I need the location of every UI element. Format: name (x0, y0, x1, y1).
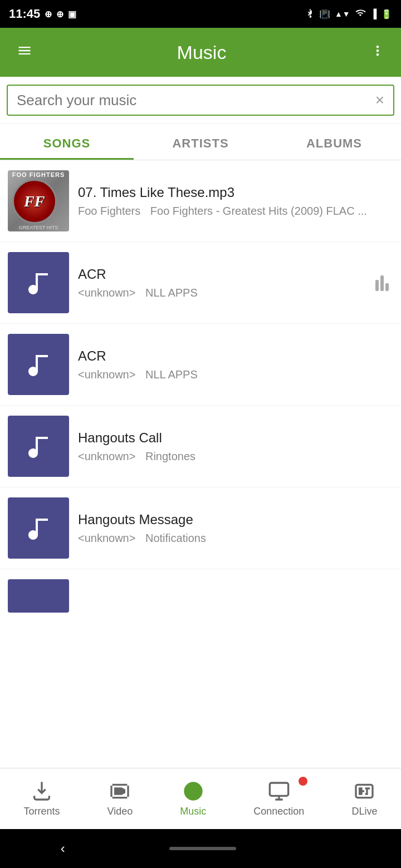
svg-rect-1 (270, 783, 288, 796)
song-info: ACR <unknown> NLL APPS (69, 267, 375, 299)
album-art (8, 334, 69, 395)
screenshot-icon: ▣ (68, 9, 76, 19)
nav-label-video: Video (107, 806, 133, 817)
song-title: 07. Times Like These.mp3 (78, 185, 384, 200)
wifi-icon (355, 7, 366, 21)
hamburger-menu-icon[interactable] (11, 38, 38, 67)
list-item[interactable]: ACR <unknown> NLL APPS (0, 242, 401, 324)
album-art (8, 252, 69, 313)
song-title: Hangouts Call (78, 430, 384, 446)
nav-item-dlive[interactable]: DLive (343, 776, 386, 822)
song-artist: <unknown> (78, 287, 135, 299)
song-album: Notifications (145, 532, 206, 544)
list-item[interactable]: Hangouts Message <unknown> Notifications (0, 487, 401, 569)
song-album: NLL APPS (145, 287, 198, 299)
home-button[interactable] (169, 847, 236, 850)
list-item[interactable]: ACR <unknown> NLL APPS (0, 324, 401, 406)
list-item[interactable]: Hangouts Call <unknown> Ringtones (0, 406, 401, 487)
bluetooth-icon (305, 7, 315, 21)
nav-label-dlive: DLive (351, 806, 377, 817)
nav-label-music: Music (180, 806, 206, 817)
tab-songs[interactable]: SONGS (0, 124, 134, 160)
playing-bars-icon (375, 274, 393, 291)
app-bar: Music (0, 28, 401, 77)
song-artist: Foo Fighters (78, 205, 140, 217)
time-display: 11:45 (9, 7, 40, 21)
battery-icon: 🔋 (381, 9, 392, 19)
song-meta: <unknown> NLL APPS (78, 287, 366, 299)
song-info: ACR <unknown> NLL APPS (69, 348, 393, 381)
song-info: Hangouts Call <unknown> Ringtones (69, 430, 393, 463)
vpn1-icon: ⊕ (45, 9, 52, 19)
status-bar-left: 11:45 ⊕ ⊕ ▣ (9, 7, 76, 21)
data-icon: ▲▼ (335, 9, 350, 18)
song-list: FOO FIGHTERS FF GREATEST HITS 07. Times … (0, 160, 401, 768)
list-item-partial (0, 569, 401, 623)
search-clear-icon[interactable]: × (375, 91, 384, 109)
song-meta: <unknown> Ringtones (78, 450, 384, 463)
back-button[interactable]: ‹ (44, 835, 82, 862)
song-meta: <unknown> Notifications (78, 532, 384, 545)
search-container: × (0, 77, 401, 124)
song-meta: Foo Fighters Foo Fighters - Greatest Hit… (78, 205, 384, 218)
song-artist: <unknown> (78, 532, 135, 544)
search-bar[interactable]: × (7, 85, 394, 116)
vpn2-icon: ⊕ (56, 9, 63, 19)
song-meta: <unknown> NLL APPS (78, 368, 384, 381)
svg-point-3 (360, 787, 361, 789)
album-art (8, 497, 69, 559)
app-title: Music (177, 42, 227, 63)
nav-label-torrents: Torrents (24, 806, 60, 817)
nav-item-music[interactable]: Music (171, 776, 215, 822)
android-nav-bar: ‹ (0, 829, 401, 868)
song-title: ACR (78, 267, 366, 282)
song-artist: <unknown> (78, 368, 135, 381)
tab-albums[interactable]: ALBUMS (267, 124, 401, 160)
song-info: Hangouts Message <unknown> Notifications (69, 512, 393, 545)
song-album: NLL APPS (145, 368, 198, 381)
signal-icon: ▐ (370, 9, 376, 19)
status-bar-right: 📳 ▲▼ ▐ 🔋 (305, 7, 392, 21)
album-art: FOO FIGHTERS FF GREATEST HITS (8, 170, 69, 231)
nav-item-torrents[interactable]: Torrents (15, 776, 69, 822)
tab-artists[interactable]: ARTISTS (134, 124, 267, 160)
song-album: Ringtones (145, 450, 195, 462)
tab-bar: SONGS ARTISTS ALBUMS (0, 124, 401, 160)
song-title: ACR (78, 348, 384, 364)
song-title: Hangouts Message (78, 512, 384, 527)
nav-label-connection: Connection (253, 806, 304, 817)
search-input[interactable] (17, 92, 375, 109)
song-info: 07. Times Like These.mp3 Foo Fighters Fo… (69, 185, 393, 218)
nav-item-video[interactable]: Video (99, 776, 142, 822)
song-artist: <unknown> (78, 450, 135, 462)
list-item[interactable]: FOO FIGHTERS FF GREATEST HITS 07. Times … (0, 160, 401, 242)
nav-item-connection[interactable]: Connection (244, 776, 313, 822)
connection-badge (299, 777, 307, 786)
song-album: Foo Fighters - Greatest Hits (2009) FLAC… (150, 205, 367, 217)
more-options-icon[interactable] (365, 37, 390, 68)
bottom-navigation: Torrents Video Music Connection (0, 768, 401, 829)
album-art (8, 416, 69, 477)
vibrate-icon: 📳 (319, 9, 330, 19)
status-bar: 11:45 ⊕ ⊕ ▣ 📳 ▲▼ ▐ 🔋 (0, 0, 401, 28)
